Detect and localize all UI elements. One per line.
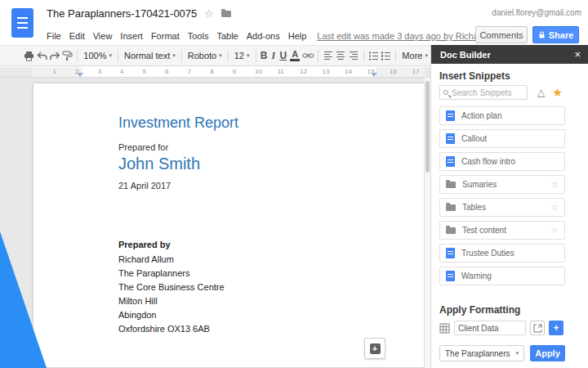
snippet-item[interactable]: Action plan xyxy=(439,106,565,125)
author-line: Oxfordshire OX13 6AB xyxy=(118,322,225,336)
chevron-down-icon: ▾ xyxy=(109,52,112,59)
search-input[interactable] xyxy=(452,88,519,97)
ruler-number: 16 xyxy=(390,68,397,75)
toolbar-separator xyxy=(395,50,396,62)
bulleted-list-icon[interactable] xyxy=(381,48,393,63)
snippet-item[interactable]: Tables☆ xyxy=(439,198,565,217)
undo-icon[interactable] xyxy=(36,48,48,63)
favorites-star-icon[interactable]: ★ xyxy=(552,87,563,98)
menu-item-format[interactable]: Format xyxy=(147,29,184,43)
star-outline-icon[interactable]: ☆ xyxy=(550,226,559,235)
snippet-item[interactable]: Trustee Duties xyxy=(439,244,565,263)
doc-builder-sidebar: Doc Builder × Insert Snippets △ ★ Action… xyxy=(430,45,588,368)
chevron-down-icon: ▾ xyxy=(247,52,250,59)
snippet-label: Tables xyxy=(462,203,544,212)
share-button[interactable]: Share xyxy=(532,26,579,43)
menu-item-edit[interactable]: Edit xyxy=(65,29,89,43)
menu-item-table[interactable]: Table xyxy=(212,29,242,43)
folder-icon xyxy=(446,227,456,234)
ruler-number: 10 xyxy=(255,68,262,75)
paragraph-style-dropdown[interactable]: Normal text▾ xyxy=(122,48,178,63)
menu-item-help[interactable]: Help xyxy=(284,29,311,43)
text-color-button[interactable]: A xyxy=(290,50,300,61)
ruler-number: 3 xyxy=(98,68,101,75)
menu-item-tools[interactable]: Tools xyxy=(184,29,213,43)
redo-icon[interactable] xyxy=(49,48,61,63)
star-outline-icon[interactable]: ☆ xyxy=(550,203,559,212)
explore-button[interactable]: + xyxy=(364,338,385,359)
apply-formatting-heading: Apply Formatting xyxy=(439,304,520,316)
google-docs-logo-icon[interactable] xyxy=(11,8,33,38)
sidebar-title: Doc Builder xyxy=(440,50,491,60)
snippet-item[interactable]: Cash flow intro xyxy=(439,152,565,171)
document-icon xyxy=(446,248,455,258)
snippet-label: Sumaries xyxy=(462,180,544,189)
zoom-dropdown[interactable]: 100%▾ xyxy=(81,48,114,63)
bold-button[interactable]: B xyxy=(260,50,269,61)
numbered-list-icon[interactable] xyxy=(368,48,380,63)
search-row: △ ★ xyxy=(439,85,563,100)
snippet-label: Test content xyxy=(462,226,544,235)
ruler-number: 9 xyxy=(233,68,236,75)
snippet-item[interactable]: Sumaries☆ xyxy=(439,175,565,194)
paint-format-icon[interactable] xyxy=(61,48,74,63)
insert-link-icon[interactable] xyxy=(302,48,314,63)
report-date: 21 April 2017 xyxy=(118,181,171,191)
toolbar-separator xyxy=(363,50,364,62)
scrollbar-thumb[interactable] xyxy=(425,81,430,173)
left-indent-marker[interactable] xyxy=(77,73,83,77)
toolbar: 100%▾ Normal text▾ Roboto▾ 12▾ B I U A M… xyxy=(0,45,430,66)
search-icon xyxy=(443,90,448,95)
right-indent-marker[interactable] xyxy=(371,73,377,77)
snippet-list: Action planCalloutCash flow introSumarie… xyxy=(439,106,565,289)
italic-button[interactable]: I xyxy=(269,50,278,62)
align-right-icon[interactable] xyxy=(348,48,360,63)
add-client-data-button[interactable]: + xyxy=(549,321,564,335)
app-header: The Paraplanners-170421-0075 ☆ FileEditV… xyxy=(0,0,588,45)
toolbar-separator xyxy=(228,50,229,62)
close-icon[interactable]: × xyxy=(574,48,581,61)
menu-items: FileEditViewInsertFormatToolsTableAdd-on… xyxy=(42,29,310,43)
formatting-theme-select[interactable]: The Paraplanners ▾ xyxy=(439,345,524,361)
align-center-icon[interactable] xyxy=(335,48,347,63)
menu-item-addons[interactable]: Add-ons xyxy=(243,29,284,43)
star-outline-icon[interactable]: ☆ xyxy=(204,8,214,19)
print-icon[interactable] xyxy=(23,48,35,63)
menu-item-view[interactable]: View xyxy=(89,29,117,43)
prepared-for-label: Prepared for xyxy=(118,142,168,152)
ruler[interactable]: 1234567891011121314151617 xyxy=(0,67,430,78)
align-left-icon[interactable] xyxy=(322,48,334,63)
apply-button[interactable]: Apply xyxy=(530,345,565,361)
document-title[interactable]: The Paraplanners-170421-0075 xyxy=(47,7,197,20)
snippet-label: Action plan xyxy=(461,111,559,120)
ruler-number: 7 xyxy=(188,68,191,75)
snippet-label: Cash flow intro xyxy=(461,157,559,166)
open-in-new-icon[interactable] xyxy=(530,321,545,335)
ruler-number: 4 xyxy=(120,68,123,75)
client-data-row: + xyxy=(439,321,564,335)
ruler-number: 8 xyxy=(210,68,213,75)
snippet-item[interactable]: Callout xyxy=(439,129,565,148)
client-data-input[interactable] xyxy=(454,321,526,335)
star-outline-icon[interactable]: ☆ xyxy=(550,180,559,189)
add-snippet-icon: + xyxy=(370,343,381,354)
sidebar-body: Insert Snippets △ ★ Action planCalloutCa… xyxy=(431,64,588,368)
menu-item-file[interactable]: File xyxy=(42,29,65,43)
underline-button[interactable]: U xyxy=(278,50,287,61)
google-drive-icon[interactable]: △ xyxy=(537,88,545,97)
document-scrollbar[interactable] xyxy=(424,78,430,368)
comments-button[interactable]: Comments xyxy=(475,26,528,43)
font-size-dropdown[interactable]: 12▾ xyxy=(232,48,252,63)
snippet-item[interactable]: Warning xyxy=(439,267,565,285)
move-to-folder-icon[interactable] xyxy=(221,11,231,17)
document-page[interactable]: Investment Report Prepared for John Smit… xyxy=(33,83,425,368)
prepared-by-label: Prepared by xyxy=(118,240,171,249)
table-grid-icon xyxy=(439,323,450,334)
menu-item-insert[interactable]: Insert xyxy=(116,29,147,43)
more-dropdown[interactable]: More▾ xyxy=(399,48,430,63)
font-dropdown[interactable]: Roboto▾ xyxy=(185,48,225,63)
chevron-down-icon: ▾ xyxy=(515,350,519,357)
ruler-number: 13 xyxy=(323,68,330,75)
search-box[interactable] xyxy=(439,85,528,100)
snippet-item[interactable]: Test content☆ xyxy=(439,221,565,240)
